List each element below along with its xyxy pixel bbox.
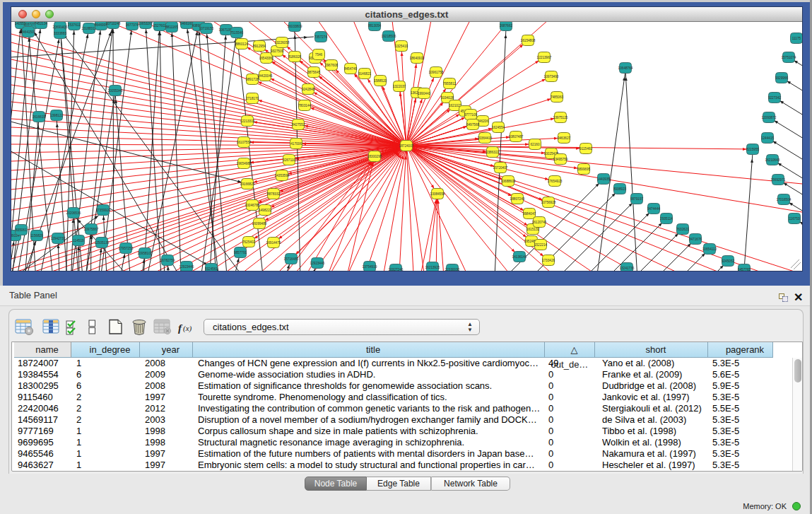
- svg-text:10327246: 10327246: [389, 268, 404, 271]
- svg-text:1398122: 1398122: [50, 114, 64, 117]
- svg-text:1527602: 1527602: [153, 24, 167, 28]
- svg-text:14353594: 14353594: [275, 174, 290, 177]
- svg-text:62160: 62160: [530, 143, 539, 146]
- svg-text:15716485: 15716485: [284, 257, 299, 261]
- svg-text:1624554: 1624554: [492, 126, 505, 129]
- svg-text:16213925: 16213925: [425, 266, 440, 269]
- svg-text:20055346: 20055346: [108, 89, 123, 93]
- svg-text:13754919: 13754919: [363, 265, 377, 269]
- svg-text:9463627: 9463627: [558, 136, 571, 140]
- svg-text:9891728: 9891728: [246, 78, 259, 81]
- svg-text:12505135: 12505135: [95, 241, 110, 245]
- svg-text:835061: 835061: [16, 228, 27, 232]
- svg-text:16914479: 16914479: [266, 241, 281, 245]
- svg-text:116753: 116753: [789, 217, 800, 221]
- svg-text:10648764: 10648764: [618, 66, 633, 70]
- svg-text:1156829: 1156829: [30, 234, 43, 238]
- svg-text:2616619: 2616619: [33, 115, 46, 119]
- svg-text:10807487: 10807487: [509, 135, 524, 139]
- svg-text:16782759: 16782759: [160, 259, 175, 262]
- svg-text:22330030: 22330030: [445, 268, 460, 271]
- svg-text:9474444: 9474444: [647, 207, 661, 211]
- svg-text:9227342: 9227342: [768, 96, 782, 100]
- svg-text:18300295: 18300295: [367, 155, 382, 158]
- svg-text:9146821: 9146821: [358, 72, 372, 76]
- svg-text:7485063: 7485063: [551, 95, 564, 99]
- svg-text:12923446: 12923446: [180, 265, 194, 269]
- svg-text:7515546: 7515546: [230, 31, 244, 35]
- svg-text:2386322: 2386322: [486, 151, 500, 154]
- svg-text:1522214: 1522214: [534, 243, 548, 247]
- svg-text:16120746: 16120746: [532, 221, 547, 224]
- svg-text:20364416: 20364416: [478, 136, 493, 140]
- svg-text:1440935: 1440935: [597, 177, 611, 181]
- svg-text:7452134: 7452134: [35, 22, 48, 25]
- svg-text:17654923: 17654923: [548, 180, 563, 183]
- svg-text:13495759: 13495759: [553, 158, 568, 161]
- svg-text:6466160: 6466160: [180, 22, 194, 25]
- svg-text:1498222: 1498222: [259, 209, 272, 212]
- svg-text:12923446: 12923446: [310, 262, 325, 265]
- svg-text:f: f: [178, 322, 183, 334]
- svg-text:10958107: 10958107: [138, 252, 153, 255]
- svg-text:19166825: 19166825: [240, 182, 255, 186]
- svg-text:2687662: 2687662: [500, 24, 513, 28]
- svg-text:3677374: 3677374: [126, 23, 139, 27]
- svg-text:7357274: 7357274: [314, 35, 328, 39]
- svg-text:10710248: 10710248: [106, 22, 121, 25]
- svg-text:1322037: 1322037: [393, 85, 406, 88]
- svg-text:13241736: 13241736: [620, 267, 635, 270]
- svg-text:1990443: 1990443: [418, 92, 431, 95]
- svg-text:13384554: 13384554: [430, 192, 445, 196]
- svg-text:16543362: 16543362: [259, 57, 274, 60]
- svg-text:8324561: 8324561: [205, 267, 218, 271]
- svg-text:10719155: 10719155: [199, 27, 214, 30]
- svg-text:15751074: 15751074: [782, 56, 796, 59]
- svg-text:24641507: 24641507: [21, 30, 36, 34]
- svg-text:8215955: 8215955: [746, 148, 760, 151]
- svg-text:8878332: 8878332: [267, 192, 281, 196]
- svg-text:13226058: 13226058: [275, 41, 290, 45]
- svg-text:6899695: 6899695: [577, 168, 591, 171]
- svg-text:114519: 114519: [73, 239, 84, 243]
- svg-text:7632621: 7632621: [676, 228, 690, 231]
- svg-text:10975867: 10975867: [84, 228, 99, 231]
- svg-text:12213967: 12213967: [537, 56, 552, 59]
- svg-text:17359924: 17359924: [96, 209, 111, 212]
- svg-text:9245052: 9245052: [722, 259, 735, 263]
- svg-text:8938923: 8938923: [613, 187, 627, 191]
- svg-text:2935114: 2935114: [660, 217, 673, 221]
- svg-text:3267110: 3267110: [283, 158, 295, 162]
- svg-text:2967608: 2967608: [325, 64, 339, 67]
- svg-text:8427552: 8427552: [292, 123, 305, 127]
- svg-text:16154808: 16154808: [521, 39, 536, 42]
- svg-text:9777109: 9777109: [464, 113, 478, 117]
- svg-text:1615132: 1615132: [526, 228, 540, 231]
- svg-text:417006: 417006: [290, 142, 302, 146]
- svg-text:3333883: 3333883: [54, 32, 67, 35]
- svg-text:9242848: 9242848: [302, 88, 315, 91]
- svg-text:8813054: 8813054: [368, 24, 382, 28]
- svg-text:17957253: 17957253: [119, 247, 134, 250]
- svg-text:9329966: 9329966: [775, 76, 789, 80]
- svg-text:8912954: 8912954: [253, 45, 266, 48]
- svg-text:7803144: 7803144: [298, 104, 312, 107]
- svg-text:7955812: 7955812: [443, 82, 457, 86]
- svg-text:8454749: 8454749: [344, 67, 358, 71]
- svg-text:24420046: 24420046: [258, 74, 273, 78]
- svg-text:9194028: 9194028: [441, 96, 454, 100]
- svg-text:20206536: 20206536: [66, 211, 81, 215]
- svg-text:1244415: 1244415: [761, 136, 775, 140]
- svg-text:15692971: 15692971: [771, 178, 786, 182]
- svg-text:12213319: 12213319: [240, 119, 255, 123]
- svg-text:8471676: 8471676: [689, 238, 702, 241]
- svg-text:2718170: 2718170: [246, 97, 259, 100]
- svg-text:9984047: 9984047: [523, 212, 536, 216]
- svg-text:(x): (x): [183, 324, 192, 333]
- svg-text:1733426: 1733426: [542, 259, 555, 262]
- svg-text:8186328: 8186328: [288, 55, 302, 59]
- svg-text:8811165: 8811165: [165, 25, 178, 29]
- svg-text:1325419: 1325419: [395, 45, 408, 48]
- svg-text:10688609: 10688609: [501, 180, 516, 183]
- svg-text:18640910: 18640910: [410, 57, 425, 60]
